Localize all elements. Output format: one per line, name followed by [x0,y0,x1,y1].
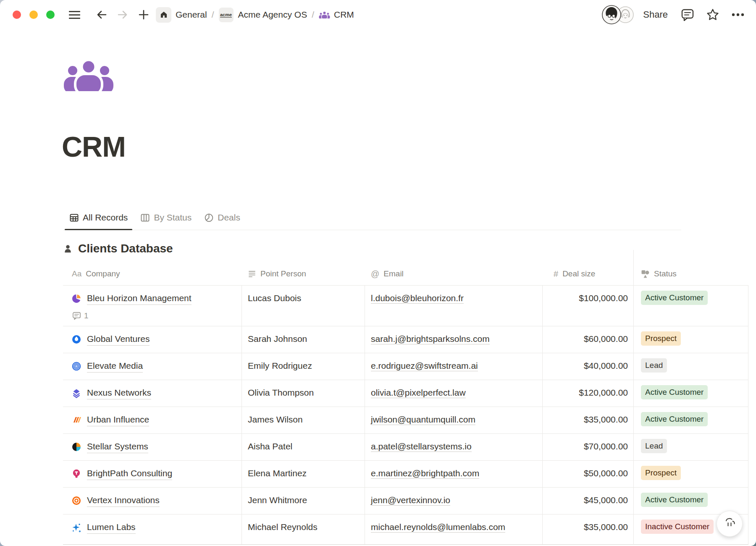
point-person-cell[interactable]: James Wilson [242,407,365,433]
status-badge[interactable]: Lead [641,439,667,453]
email-link[interactable]: sarah.j@brightsparksolns.com [371,334,490,344]
favorite-button[interactable] [706,8,720,22]
status-cell[interactable]: Active Customer [633,286,748,326]
table-row[interactable]: Vertex Innovations Jenn Whitmore jenn@ve… [63,488,748,514]
deal-size-cell[interactable]: $45,000.00 [543,488,633,514]
email-cell[interactable]: olivia.t@pixelperfect.law [365,380,543,407]
status-badge[interactable]: Active Customer [641,412,708,426]
page-icon[interactable] [63,60,114,91]
point-person-cell[interactable]: Emily Rodriguez [242,353,365,380]
column-header-deal-size[interactable]: # Deal size [543,269,633,278]
column-header-point-person[interactable]: Point Person [242,269,365,278]
table-row[interactable]: Bleu Horizon Management 1 Lucas Dubois l… [63,286,748,326]
tab-deals[interactable]: Deals [198,205,247,230]
point-person-cell[interactable]: Lucas Dubois [242,286,365,326]
deal-size-cell[interactable]: $35,000.00 [543,407,633,433]
close-window-button[interactable] [13,10,21,19]
point-person-cell[interactable]: Michael Reynolds [242,514,365,544]
status-cell[interactable]: Prospect [633,461,748,487]
breadcrumb-page[interactable]: CRM [319,10,354,20]
email-cell[interactable]: sarah.j@brightsparksolns.com [365,326,543,353]
company-link[interactable]: Global Ventures [87,333,150,346]
email-cell[interactable]: l.dubois@bleuhorizon.fr [365,286,543,326]
breadcrumb-home-icon[interactable] [156,7,171,23]
company-cell[interactable]: Global Ventures [63,326,242,353]
minimize-window-button[interactable] [29,10,38,19]
email-link[interactable]: michael.reynolds@lumenlabs.com [371,522,505,533]
deal-size-cell[interactable]: $70,000.00 [543,434,633,460]
status-badge[interactable]: Active Customer [641,291,708,305]
column-header-status[interactable]: Status [633,269,748,278]
email-cell[interactable]: jenn@vertexinnov.io [365,488,543,514]
email-link[interactable]: l.dubois@bleuhorizon.fr [371,293,464,304]
breadcrumb-workspace[interactable]: Acme Agency OS [238,10,307,20]
comment-count-row[interactable]: 1 [72,310,236,322]
table-row[interactable]: Global Ventures Sarah Johnson sarah.j@br… [63,326,748,353]
column-header-email[interactable]: @ Email [365,269,543,278]
point-person-cell[interactable]: Jenn Whitmore [242,488,365,514]
tab-by-status[interactable]: By Status [134,205,198,230]
company-cell[interactable]: Nexus Networks [63,380,242,407]
status-badge[interactable]: Active Customer [641,493,708,507]
sidebar-toggle-icon[interactable] [69,11,80,19]
company-link[interactable]: Urban Influence [87,414,149,426]
zoom-window-button[interactable] [46,10,55,19]
status-badge[interactable]: Prospect [641,466,681,480]
point-person-cell[interactable]: Sarah Johnson [242,326,365,353]
back-button[interactable] [95,8,108,21]
deal-size-cell[interactable]: $40,000.00 [543,353,633,380]
deal-size-cell[interactable]: $120,000.00 [543,380,633,407]
company-cell[interactable]: Vertex Innovations [63,488,242,514]
email-cell[interactable]: jwilson@quantumquill.com [365,407,543,433]
company-cell[interactable]: Urban Influence [63,407,242,433]
status-cell[interactable]: Prospect [633,326,748,353]
avatar[interactable] [602,5,621,24]
company-cell[interactable]: Lumen Labs [63,514,242,544]
point-person-cell[interactable]: Elena Martinez [242,461,365,487]
status-cell[interactable]: Active Customer [633,407,748,433]
deal-size-cell[interactable]: $35,000.00 [543,514,633,544]
email-link[interactable]: e.rodriguez@swiftstream.ai [371,361,478,371]
deal-size-cell[interactable]: $50,000.00 [543,461,633,487]
status-badge[interactable]: Lead [641,358,667,373]
email-link[interactable]: jenn@vertexinnov.io [371,495,450,506]
column-header-company[interactable]: Aa Company [63,269,242,278]
company-link[interactable]: Bleu Horizon Management [87,292,192,305]
new-tab-button[interactable] [137,8,150,21]
email-link[interactable]: e.martinez@brightpath.com [371,468,479,479]
email-cell[interactable]: e.martinez@brightpath.com [365,461,543,487]
comments-button[interactable] [680,8,695,22]
company-cell[interactable]: Bleu Horizon Management 1 [63,286,242,326]
workspace-logo-icon[interactable]: acme [219,8,234,22]
tab-all-records[interactable]: All Records [63,205,134,230]
company-cell[interactable]: Stellar Systems [63,434,242,460]
company-cell[interactable]: BrightPath Consulting [63,461,242,487]
table-row[interactable]: Lumen Labs Michael Reynolds michael.reyn… [63,514,748,545]
status-badge[interactable]: Active Customer [641,385,708,399]
ai-assistant-button[interactable] [717,511,743,537]
point-person-cell[interactable]: Aisha Patel [242,434,365,460]
company-link[interactable]: Nexus Networks [87,387,151,399]
email-link[interactable]: olivia.t@pixelperfect.law [371,388,466,398]
point-person-cell[interactable]: Olivia Thompson [242,380,365,407]
email-cell[interactable]: a.patel@stellarsystems.io [365,434,543,460]
database-title[interactable]: Clients Database [78,241,173,256]
table-row[interactable]: Urban Influence James Wilson jwilson@qua… [63,407,748,434]
table-row[interactable]: Stellar Systems Aisha Patel a.patel@stel… [63,434,748,461]
table-row[interactable]: BrightPath Consulting Elena Martinez e.m… [63,461,748,488]
forward-button[interactable] [116,8,129,21]
email-link[interactable]: jwilson@quantumquill.com [371,415,475,425]
breadcrumb-root[interactable]: General [176,10,207,20]
company-link[interactable]: Elevate Media [87,360,143,373]
deal-size-cell[interactable]: $100,000.00 [543,286,633,326]
company-link[interactable]: Lumen Labs [87,521,136,534]
table-row[interactable]: Elevate Media Emily Rodriguez e.rodrigue… [63,353,748,380]
email-link[interactable]: a.patel@stellarsystems.io [371,441,472,452]
status-badge[interactable]: Inactive Customer [641,520,714,534]
table-row[interactable]: Nexus Networks Olivia Thompson olivia.t@… [63,380,748,407]
status-cell[interactable]: Active Customer [633,380,748,407]
company-link[interactable]: Vertex Innovations [87,494,160,507]
more-options-button[interactable] [731,8,745,22]
deal-size-cell[interactable]: $60,000.00 [543,326,633,353]
share-button[interactable]: Share [643,9,668,20]
